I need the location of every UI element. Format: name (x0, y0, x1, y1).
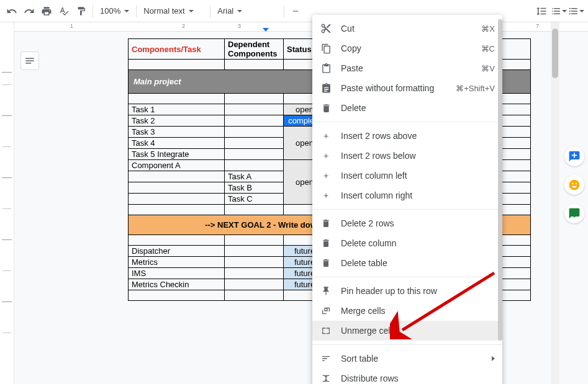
trash-icon (320, 102, 332, 114)
table-cell[interactable]: Task C (225, 194, 284, 205)
ruler-mark: 2 (182, 23, 185, 29)
table-cell[interactable]: Task 5 Integrate (129, 149, 225, 160)
ruler-mark: 1 (70, 23, 73, 29)
menu-unmerge-cells[interactable]: Unmerge cells (312, 321, 502, 341)
paint-format-button[interactable] (73, 3, 89, 19)
style-select[interactable]: Normal text (140, 3, 207, 19)
add-comment-button[interactable] (564, 146, 584, 166)
trash-icon (320, 237, 332, 249)
merge-icon (320, 305, 332, 317)
menu-insert-rows-above[interactable]: +Insert 2 rows above (312, 126, 502, 146)
menu-merge-cells[interactable]: Merge cells (312, 301, 502, 321)
table-cell[interactable]: Task 4 (129, 138, 225, 149)
table-cell[interactable]: Dispatcher (129, 246, 225, 257)
plus-icon: + (320, 130, 332, 142)
menu-delete-rows[interactable]: Delete 2 rows (312, 213, 502, 233)
plus-icon: + (320, 169, 332, 182)
menu-sort-table[interactable]: Sort table (312, 349, 502, 368)
table-cell[interactable]: Task 1 (129, 104, 225, 115)
menu-delete-table[interactable]: Delete table (312, 253, 502, 273)
menu-cut[interactable]: Cut⌘X (312, 19, 502, 38)
menu-insert-col-left[interactable]: +Insert column left (312, 166, 502, 185)
table-cell[interactable]: Task 3 (129, 127, 225, 138)
main-project-cell[interactable]: Main project (129, 70, 326, 94)
font-select[interactable]: Arial (214, 3, 281, 19)
checklist-button[interactable] (551, 3, 567, 19)
plus-icon: + (320, 189, 332, 202)
menu-delete[interactable]: Delete (312, 98, 502, 118)
submenu-arrow-icon (492, 356, 495, 361)
paste-icon (320, 62, 332, 74)
unmerge-icon (320, 324, 332, 337)
suggest-button[interactable] (564, 203, 584, 223)
redo-button[interactable] (21, 3, 37, 19)
table-cell[interactable]: Metrics Checkin (129, 279, 225, 290)
decrease-font-button[interactable] (287, 3, 304, 19)
ruler-mark: 3 (238, 23, 241, 29)
spellcheck-button[interactable] (56, 3, 72, 19)
cut-icon (320, 22, 332, 35)
menu-paste-nf[interactable]: Paste without formatting⌘+Shift+V (312, 78, 502, 98)
menu-copy[interactable]: Copy⌘C (312, 38, 502, 58)
vertical-scrollbar[interactable] (551, 22, 559, 384)
sort-icon (320, 352, 332, 365)
ruler-mark: 7 (536, 23, 539, 29)
line-spacing-button[interactable] (533, 3, 550, 19)
table-cell[interactable]: IMS (129, 268, 225, 279)
menu-delete-col[interactable]: Delete column (312, 233, 502, 253)
menu-insert-rows-below[interactable]: +Insert 2 rows below (312, 146, 502, 166)
zoom-select[interactable]: 100% (96, 3, 133, 19)
indent-marker-icon[interactable] (263, 28, 269, 32)
menu-distribute-rows[interactable]: Distribute rows (312, 368, 502, 384)
menu-paste[interactable]: Paste⌘V (312, 58, 502, 78)
menu-pin-header[interactable]: Pin header up to this row (312, 281, 502, 301)
copy-icon (320, 42, 332, 55)
distribute-icon (320, 372, 332, 384)
table-cell[interactable]: Task 2 (129, 115, 225, 127)
outline-button[interactable] (20, 51, 39, 70)
print-button[interactable] (38, 3, 55, 19)
undo-button[interactable] (4, 3, 20, 19)
paste-nf-icon (320, 82, 332, 94)
header-components[interactable]: Components/Task (129, 39, 225, 60)
emoji-button[interactable] (564, 175, 584, 195)
pin-icon (320, 285, 332, 297)
header-dependent[interactable]: Dependent Components (225, 39, 284, 60)
trash-icon (320, 257, 332, 269)
trash-icon (320, 217, 332, 230)
menu-scrollbar[interactable] (498, 19, 502, 341)
table-cell[interactable]: Metrics (129, 257, 225, 268)
context-menu: Cut⌘X Copy⌘C Paste⌘V Paste without forma… (312, 15, 502, 384)
table-cell[interactable]: Task A (225, 171, 284, 182)
plus-icon: + (320, 150, 332, 162)
side-tools (560, 146, 588, 223)
table-cell[interactable]: Task B (225, 182, 284, 194)
bulleted-list-button[interactable] (568, 3, 584, 19)
menu-insert-col-right[interactable]: +Insert column right (312, 185, 502, 205)
table-cell[interactable]: Component A (129, 160, 225, 171)
vertical-ruler (0, 22, 14, 384)
